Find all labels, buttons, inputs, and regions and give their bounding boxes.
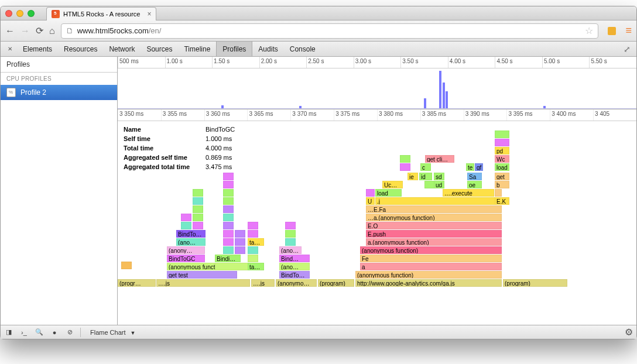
- clear-icon[interactable]: ⊘: [65, 328, 74, 337]
- flame-block[interactable]: a.(anonymous function): [366, 238, 502, 246]
- flame-block[interactable]: …E.Fa: [366, 205, 502, 213]
- flame-block[interactable]: BindTo…: [176, 230, 206, 238]
- flame-block[interactable]: Uc…: [382, 181, 403, 188]
- flame-block[interactable]: Wc: [495, 155, 509, 163]
- flame-block[interactable]: ….js: [251, 279, 275, 287]
- window-close-button[interactable]: [5, 10, 12, 17]
- flame-block[interactable]: [223, 214, 234, 221]
- flame-block[interactable]: E.K: [495, 197, 509, 205]
- dock-icon[interactable]: ◨: [4, 328, 13, 337]
- flame-block[interactable]: get test: [167, 271, 237, 279]
- flame-block[interactable]: [223, 222, 234, 229]
- flame-block[interactable]: [223, 197, 234, 205]
- search-icon[interactable]: 🔍: [35, 328, 44, 337]
- flame-block[interactable]: (anonymous function): [355, 271, 502, 279]
- settings-icon[interactable]: ⚙: [625, 327, 633, 338]
- flame-block[interactable]: [223, 181, 234, 188]
- flame-block[interactable]: (program): [318, 279, 354, 287]
- flame-block[interactable]: [193, 189, 203, 197]
- flame-block[interactable]: BindToGC: [167, 255, 205, 262]
- flame-block[interactable]: [181, 214, 191, 221]
- flame-block[interactable]: ….execute: [443, 189, 494, 197]
- flame-block[interactable]: Bindi…: [215, 255, 241, 262]
- expand-icon[interactable]: ⤢: [618, 42, 636, 56]
- reload-button[interactable]: ⟳: [36, 25, 43, 36]
- flame-block[interactable]: (anony…: [167, 246, 205, 254]
- flame-block[interactable]: [223, 189, 234, 197]
- window-maximize-button[interactable]: [28, 10, 35, 17]
- console-icon[interactable]: ›_: [19, 328, 29, 337]
- flame-block[interactable]: (anonymous function): [360, 246, 502, 254]
- menu-icon[interactable]: ≡: [625, 25, 632, 37]
- flame-block[interactable]: get: [495, 173, 509, 180]
- timeline-detail-ruler[interactable]: 3 350 ms3 355 ms3 360 ms3 365 ms3 370 ms…: [118, 109, 636, 121]
- flame-block[interactable]: [235, 230, 245, 238]
- back-button[interactable]: ←: [5, 26, 15, 36]
- devtools-tab-audits[interactable]: Audits: [252, 42, 283, 56]
- flame-block[interactable]: ….js: [156, 279, 250, 287]
- profile-item[interactable]: Profile 2: [1, 85, 117, 100]
- window-minimize-button[interactable]: [16, 10, 23, 17]
- flame-block[interactable]: c: [420, 163, 431, 171]
- devtools-tab-profiles[interactable]: Profiles: [216, 42, 252, 56]
- bookmark-icon[interactable]: ☆: [585, 25, 593, 36]
- timeline-overview-ruler[interactable]: 500 ms1.00 s1.50 s2.00 s2.50 s3.00 s3.50…: [118, 57, 636, 68]
- browser-tab[interactable]: HTML5 Rocks - A resource ×: [46, 7, 156, 20]
- flame-block[interactable]: U: [366, 197, 375, 205]
- flame-block[interactable]: [193, 205, 203, 213]
- devtools-tab-sources[interactable]: Sources: [141, 42, 178, 56]
- flame-block[interactable]: BindTo…: [279, 271, 310, 279]
- flame-block[interactable]: [223, 238, 234, 246]
- flame-block[interactable]: [495, 189, 502, 197]
- flame-block[interactable]: gf: [475, 163, 483, 171]
- flame-block[interactable]: [193, 214, 203, 221]
- flame-block[interactable]: [235, 246, 245, 254]
- flame-block[interactable]: …a.(anonymous function): [366, 214, 502, 221]
- devtools-close-button[interactable]: ✕: [3, 42, 17, 56]
- flame-block[interactable]: load: [375, 189, 402, 197]
- flame-block[interactable]: [223, 205, 234, 213]
- record-icon[interactable]: ●: [50, 328, 59, 337]
- flame-block[interactable]: ta…: [248, 263, 264, 270]
- devtools-tab-elements[interactable]: Elements: [17, 42, 58, 56]
- flame-block[interactable]: [495, 131, 509, 138]
- flame-block[interactable]: Sa: [467, 173, 482, 180]
- devtools-tab-network[interactable]: Network: [103, 42, 141, 56]
- flame-block[interactable]: [248, 222, 258, 229]
- flame-block[interactable]: (anonymo…: [276, 279, 317, 287]
- flame-block[interactable]: ie: [407, 173, 418, 180]
- flame-block[interactable]: Fe: [360, 255, 502, 262]
- flame-block[interactable]: [285, 238, 296, 246]
- flame-block[interactable]: [285, 230, 296, 238]
- flame-block[interactable]: b: [495, 181, 509, 188]
- home-button[interactable]: ⌂: [49, 26, 55, 36]
- flame-block[interactable]: id: [419, 173, 432, 180]
- flame-block[interactable]: [400, 155, 410, 163]
- flame-block[interactable]: [181, 222, 191, 229]
- flame-block[interactable]: ta…: [248, 238, 264, 246]
- flame-block[interactable]: E.O: [366, 222, 502, 229]
- flame-block[interactable]: [121, 262, 132, 269]
- flame-block[interactable]: [285, 222, 296, 229]
- flame-block[interactable]: sd: [434, 173, 444, 180]
- flame-block[interactable]: http://www.google-analytics.com/ga.js: [355, 279, 502, 287]
- flame-block[interactable]: E.push: [366, 230, 502, 238]
- flame-block[interactable]: [193, 222, 203, 229]
- flame-block[interactable]: [248, 230, 258, 238]
- flame-block[interactable]: (ano…: [279, 246, 302, 254]
- flame-block[interactable]: (ano…: [279, 263, 310, 270]
- flame-block[interactable]: [223, 230, 234, 238]
- flame-block[interactable]: [248, 246, 258, 254]
- flame-block[interactable]: (program): [503, 279, 567, 287]
- flame-block[interactable]: ud: [434, 181, 444, 188]
- flame-block[interactable]: [248, 255, 258, 262]
- view-mode-dropdown[interactable]: Flame Chart▼: [90, 329, 135, 336]
- devtools-tab-resources[interactable]: Resources: [58, 42, 103, 56]
- close-icon[interactable]: ×: [147, 10, 151, 18]
- flame-block[interactable]: [366, 189, 375, 197]
- flame-block[interactable]: pd: [495, 147, 509, 154]
- flame-block[interactable]: .j: [375, 197, 502, 205]
- lock-icon[interactable]: [608, 27, 616, 35]
- devtools-tab-timeline[interactable]: Timeline: [178, 42, 216, 56]
- flame-block[interactable]: (progr…: [118, 279, 156, 287]
